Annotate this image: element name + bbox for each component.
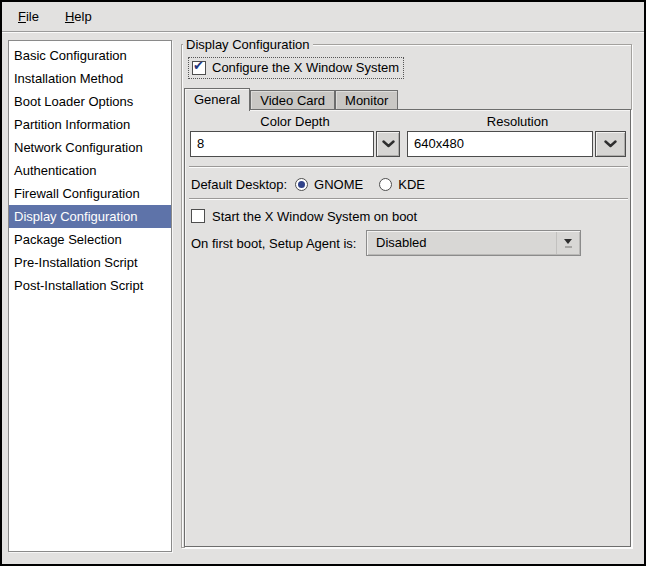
radio-gnome-label: GNOME xyxy=(314,177,363,192)
display-configuration-frame: Display Configuration ✔ Configure the X … xyxy=(181,44,632,548)
menu-help-label: Help xyxy=(65,9,92,24)
menu-help[interactable]: Help xyxy=(57,6,100,27)
tab-general[interactable]: General xyxy=(184,88,250,111)
sidebar-item-network-configuration[interactable]: Network Configuration xyxy=(9,136,171,159)
menu-file[interactable]: File xyxy=(10,6,47,27)
sidebar-item-firewall-configuration[interactable]: Firewall Configuration xyxy=(9,182,171,205)
default-desktop-row: Default Desktop: GNOME KDE xyxy=(191,172,425,196)
resolution-combo: 640x480 xyxy=(407,131,628,157)
checkbox-box[interactable]: ✔ xyxy=(192,61,206,75)
resolution-dropdown-button[interactable] xyxy=(595,131,626,157)
radio-kde[interactable]: KDE xyxy=(379,177,425,192)
radio-kde-label: KDE xyxy=(398,177,425,192)
section-list: Basic Configuration Installation Method … xyxy=(8,40,172,552)
resolution-label: Resolution xyxy=(407,114,628,129)
color-depth-entry[interactable]: 8 xyxy=(190,131,374,157)
start-x-checkbox[interactable]: Start the X Window System on boot xyxy=(191,206,417,226)
checkbox-box[interactable] xyxy=(191,209,205,223)
sidebar-item-package-selection[interactable]: Package Selection xyxy=(9,228,171,251)
default-desktop-label: Default Desktop: xyxy=(191,177,287,192)
radio-gnome[interactable]: GNOME xyxy=(295,177,363,192)
sidebar-item-post-installation-script[interactable]: Post-Installation Script xyxy=(9,274,171,297)
sidebar-item-authentication[interactable]: Authentication xyxy=(9,159,171,182)
option-menu-indicator-icon xyxy=(556,232,579,254)
setup-agent-row: On first boot, Setup Agent is: xyxy=(191,230,356,256)
sidebar-item-installation-method[interactable]: Installation Method xyxy=(9,67,171,90)
color-depth-dropdown-button[interactable] xyxy=(376,131,400,157)
sidebar-item-boot-loader-options[interactable]: Boot Loader Options xyxy=(9,90,171,113)
start-x-label: Start the X Window System on boot xyxy=(212,209,417,224)
color-depth-label: Color Depth xyxy=(190,114,400,129)
checkmark-icon: ✔ xyxy=(193,59,204,73)
configure-x-label: Configure the X Window System xyxy=(212,60,399,75)
general-tab-panel: Color Depth Resolution 8 640x480 xyxy=(184,109,631,547)
menu-bar: File Help xyxy=(2,2,644,32)
setup-agent-value: Disabled xyxy=(376,235,427,250)
sidebar-item-display-configuration[interactable]: Display Configuration xyxy=(9,205,171,228)
menu-file-label: File xyxy=(18,9,39,24)
kickstart-configurator-window: File Help Basic Configuration Installati… xyxy=(0,0,646,566)
chevron-down-icon xyxy=(604,140,617,148)
radio-button-icon[interactable] xyxy=(295,178,308,191)
separator xyxy=(189,166,628,168)
notebook-tabs: General Video Card Monitor xyxy=(184,87,398,110)
color-depth-combo: 8 xyxy=(190,131,400,157)
sidebar-item-pre-installation-script[interactable]: Pre-Installation Script xyxy=(9,251,171,274)
sidebar-item-basic-configuration[interactable]: Basic Configuration xyxy=(9,44,171,67)
chevron-down-icon xyxy=(382,140,395,148)
tab-monitor[interactable]: Monitor xyxy=(335,90,398,110)
separator xyxy=(189,198,628,200)
configure-x-checkbox[interactable]: ✔ Configure the X Window System xyxy=(188,57,404,79)
sidebar-item-partition-information[interactable]: Partition Information xyxy=(9,113,171,136)
setup-agent-label: On first boot, Setup Agent is: xyxy=(191,236,356,251)
frame-title: Display Configuration xyxy=(183,37,313,52)
radio-button-icon[interactable] xyxy=(379,178,392,191)
resolution-entry[interactable]: 640x480 xyxy=(407,131,593,157)
tab-video-card[interactable]: Video Card xyxy=(250,90,335,110)
setup-agent-dropdown[interactable]: Disabled xyxy=(366,230,581,256)
